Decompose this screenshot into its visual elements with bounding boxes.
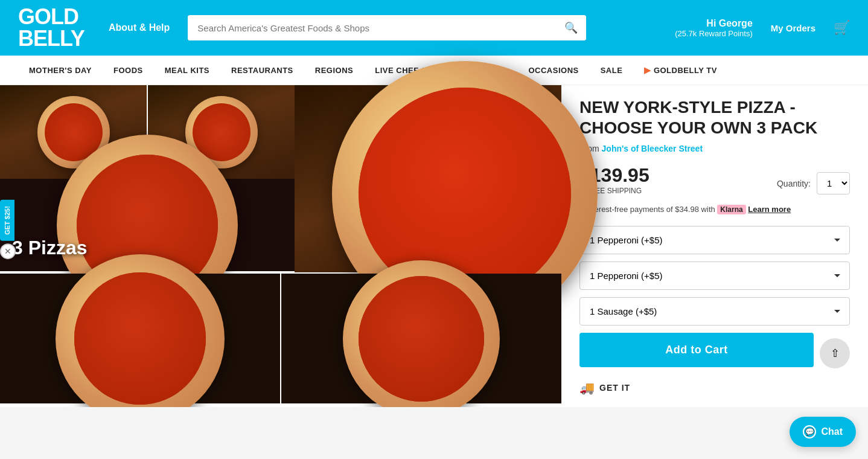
klarna-row: 4 interest-free payments of $34.98 with …	[579, 205, 850, 214]
scroll-to-top-button[interactable]: ⇧	[820, 338, 850, 368]
play-icon: ▶	[644, 65, 651, 75]
promo-close-button[interactable]: ✕	[0, 243, 16, 259]
search-input[interactable]	[188, 16, 556, 40]
about-help-link[interactable]: About & Help	[109, 22, 170, 33]
user-greeting[interactable]: Hi George (25.7k Reward Points)	[675, 18, 753, 38]
nav-item-regions[interactable]: REGIONS	[304, 56, 364, 85]
product-info-panel: NEW YORK-STYLE PIZZA - CHOOSE YOUR OWN 3…	[561, 85, 868, 407]
pizza-main-image[interactable]	[295, 85, 561, 272]
cart-row: Add to Cart ⇧	[579, 333, 850, 373]
pizza-select-2[interactable]: 1 Pepperoni (+$5) 1 Sausage (+$5) 1 Chee…	[579, 262, 850, 290]
site-logo[interactable]: GOLD belly	[18, 6, 91, 50]
add-to-cart-button[interactable]: Add to Cart	[579, 333, 814, 367]
main-content: 3 Pizzas	[0, 85, 868, 407]
nav-item-sale[interactable]: SALE	[590, 56, 634, 85]
product-from: From John's of Bleecker Street	[579, 144, 850, 153]
product-image-grid: 3 Pizzas	[0, 85, 561, 407]
get-it-label: GET IT	[599, 383, 630, 393]
side-promo: GET $25! ✕	[0, 200, 16, 259]
my-orders-link[interactable]: My Orders	[771, 23, 815, 33]
search-bar: 🔍	[188, 15, 586, 40]
cart-icon[interactable]: 🛒	[834, 20, 850, 36]
three-pizzas-label: 3 Pizzas	[12, 237, 88, 259]
pizza-bottom-right[interactable]	[281, 274, 561, 403]
promo-tab[interactable]: GET $25!	[0, 200, 14, 241]
pizza-select-1[interactable]: 1 Pepperoni (+$5) 1 Sausage (+$5) 1 Chee…	[579, 226, 850, 254]
price-row: $139.95 + FREE SHIPPING Quantity: 1 2 3 …	[579, 164, 850, 202]
pizza-select-3[interactable]: 1 Sausage (+$5) 1 Pepperoni (+$5) 1 Chee…	[579, 297, 850, 326]
image-left-column: 3 Pizzas	[0, 85, 295, 272]
klarna-badge: Klarna	[717, 205, 745, 214]
nav-item-restaurants[interactable]: RESTAURANTS	[220, 56, 304, 85]
quantity-select[interactable]: 1 2 3 4 5	[817, 172, 850, 194]
nav-item-mothers-day[interactable]: MOTHER'S DAY	[18, 56, 103, 85]
nav-item-meal-kits[interactable]: MEAL KITS	[154, 56, 220, 85]
search-button[interactable]: 🔍	[556, 15, 586, 40]
nav-item-goldbelly-tv[interactable]: ▶ GOLDBELLY TV	[633, 56, 727, 85]
quantity-label: Quantity:	[777, 179, 811, 188]
image-grid-bottom	[0, 274, 561, 403]
product-title: NEW YORK-STYLE PIZZA - CHOOSE YOUR OWN 3…	[579, 97, 850, 138]
klarna-learn-more[interactable]: Learn more	[748, 205, 791, 214]
header-right: Hi George (25.7k Reward Points) My Order…	[675, 18, 850, 38]
truck-icon: 🚚	[579, 380, 595, 395]
nav-item-foods[interactable]: FOODS	[103, 56, 154, 85]
site-header: GOLD belly About & Help 🔍 Hi George (25.…	[0, 0, 868, 56]
pizza-bottom-left[interactable]	[0, 274, 280, 403]
vendor-link[interactable]: John's of Bleecker Street	[602, 144, 703, 153]
get-it-row: 🚚 GET IT	[579, 380, 850, 395]
image-grid-top: 3 Pizzas	[0, 85, 561, 272]
